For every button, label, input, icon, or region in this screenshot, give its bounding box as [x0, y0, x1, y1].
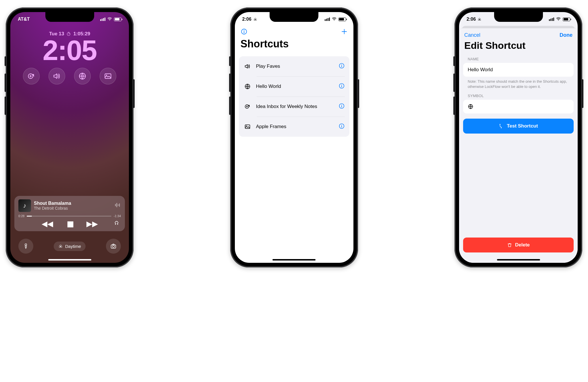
sunrise-icon — [58, 244, 63, 248]
battery-icon — [563, 18, 570, 21]
name-note: Note: This name should match the one in … — [459, 77, 578, 91]
widget-play-faves[interactable] — [49, 68, 65, 84]
sheet-title: Edit Shortcut — [459, 38, 578, 54]
focus-pill[interactable]: Daytime — [54, 242, 86, 251]
visualizer-icon — [115, 202, 121, 209]
phone-lockscreen: AT&T Tue 13 1:05:29 2:05 ♪ Shout Bamalam… — [6, 7, 134, 267]
rewind-button[interactable]: ◀◀ — [42, 219, 53, 228]
home-indicator[interactable] — [48, 259, 91, 261]
cellular-icon — [549, 18, 554, 21]
remaining-label: -1:34 — [114, 214, 121, 218]
status-time: 2:06 — [467, 17, 476, 22]
row-info-button[interactable] — [339, 103, 345, 110]
symbol-field[interactable] — [463, 100, 574, 113]
add-note-icon — [243, 103, 252, 110]
wifi-icon — [107, 16, 112, 22]
focus-status-icon — [253, 17, 257, 21]
shortcut-label: Idea Inbox for Weekly Notes — [256, 104, 334, 109]
wifi-icon — [332, 16, 337, 22]
notch — [494, 12, 543, 22]
home-indicator[interactable] — [272, 259, 316, 261]
status-time: 2:06 — [242, 17, 252, 22]
shortcut-label: Play Faves — [256, 63, 334, 69]
focus-status-icon — [477, 17, 481, 21]
cellular-icon — [325, 18, 330, 21]
globe-icon — [243, 83, 252, 90]
test-shortcut-label: Test Shortcut — [507, 123, 538, 129]
notch — [270, 12, 318, 22]
edit-sheet: Cancel Done Edit Shortcut NAME Hello Wor… — [459, 28, 578, 263]
battery-icon — [339, 18, 346, 21]
now-playing-card[interactable]: ♪ Shout Bamalama The Detroit Cobras 0:28… — [14, 196, 125, 231]
pause-button[interactable]: ▮▮ — [67, 219, 73, 228]
camera-button[interactable] — [106, 239, 121, 254]
trash-icon — [507, 242, 512, 248]
focus-label: Daytime — [65, 244, 81, 249]
shortcuts-list: Play Faves Hello World Idea Inbox for We… — [239, 56, 349, 137]
widget-hello-world[interactable] — [74, 68, 91, 84]
shortcut-label: Hello World — [256, 84, 334, 89]
delete-label: Delete — [515, 242, 530, 248]
photo-icon — [243, 124, 252, 130]
battery-icon — [114, 18, 121, 21]
home-indicator[interactable] — [497, 259, 540, 261]
name-field-value: Hello World — [468, 67, 493, 72]
name-field[interactable]: Hello World — [463, 63, 574, 77]
shortcut-label: Apple Frames — [256, 124, 334, 130]
shortcut-row-idea-inbox[interactable]: Idea Inbox for Weekly Notes — [239, 97, 349, 117]
name-section-label: NAME — [459, 54, 578, 63]
carrier-label: AT&T — [18, 17, 30, 22]
test-shortcut-button[interactable]: Test Shortcut — [463, 119, 574, 134]
shortcut-row-apple-frames[interactable]: Apple Frames — [239, 117, 349, 137]
widget-apple-frames[interactable] — [100, 68, 116, 84]
cancel-button[interactable]: Cancel — [464, 32, 480, 38]
speaker-icon — [243, 63, 252, 70]
row-info-button[interactable] — [339, 83, 345, 90]
track-title: Shout Bamalama — [34, 201, 112, 206]
test-icon — [499, 124, 504, 129]
symbol-section-label: SYMBOL — [459, 91, 578, 100]
widget-add-note[interactable] — [23, 68, 40, 84]
widget-row — [10, 64, 129, 84]
cellular-icon — [100, 18, 105, 21]
track-artist: The Detroit Cobras — [34, 206, 112, 211]
info-button[interactable] — [241, 28, 247, 37]
album-art: ♪ — [18, 199, 31, 212]
flashlight-button[interactable] — [18, 239, 33, 254]
notch — [45, 12, 94, 22]
add-button[interactable] — [341, 28, 348, 37]
phone-edit-shortcut: 2:06 Cancel Done Edit Shortcut NAME Hell… — [454, 7, 582, 267]
delete-button[interactable]: Delete — [463, 238, 574, 252]
phone-shortcuts-list: 2:06 Shortcuts Play Faves Hello World — [230, 7, 358, 267]
page-title: Shortcuts — [235, 37, 353, 54]
forward-button[interactable]: ▶▶ — [86, 219, 98, 228]
elapsed-label: 0:28 — [18, 214, 24, 218]
done-button[interactable]: Done — [560, 32, 572, 38]
shortcut-row-play-faves[interactable]: Play Faves — [239, 56, 349, 76]
row-info-button[interactable] — [339, 63, 345, 70]
row-info-button[interactable] — [339, 123, 345, 130]
globe-icon — [468, 104, 473, 109]
wifi-icon — [556, 16, 561, 22]
airplay-icon[interactable] — [113, 219, 120, 227]
lock-clock: 2:05 — [10, 36, 129, 64]
shortcut-row-hello-world[interactable]: Hello World — [239, 76, 349, 97]
progress-bar[interactable] — [27, 216, 111, 217]
